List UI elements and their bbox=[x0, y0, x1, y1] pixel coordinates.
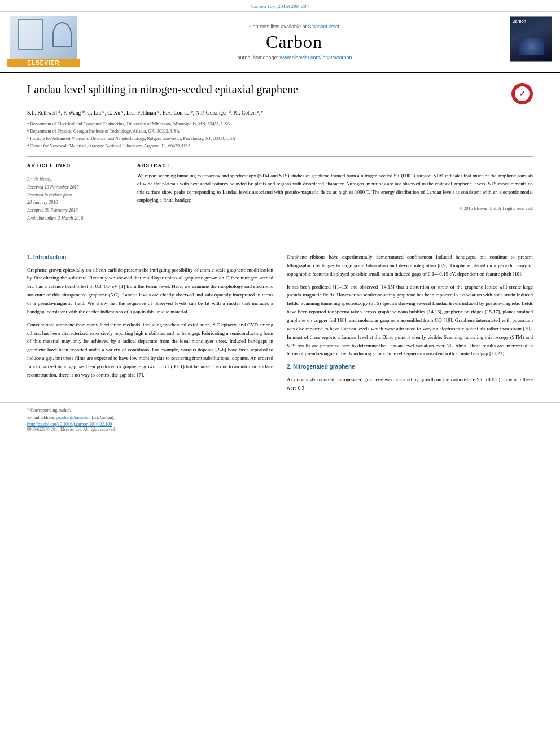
affiliations: ᵃ Department of Electrical and Computer … bbox=[27, 121, 533, 150]
elsevier-artwork bbox=[10, 16, 77, 59]
homepage-link[interactable]: www.elsevier.com/locate/carbon bbox=[280, 55, 352, 60]
affil-c: ᶜ Institute for Advanced Materials, Devi… bbox=[27, 136, 533, 143]
homepage-line: journal homepage: www.elsevier.com/locat… bbox=[236, 55, 352, 60]
journal-info-center: Contents lists available at ScienceDirec… bbox=[86, 16, 502, 67]
elsevier-logo: ELSEVIER bbox=[7, 16, 80, 67]
journal-header: ELSEVIER Contents lists available at Sci… bbox=[0, 12, 560, 73]
body-columns: 1. Introduction Graphene grown epitaxial… bbox=[0, 253, 560, 396]
affil-d: ᵈ Center for Nanoscale Materials, Argonn… bbox=[27, 143, 533, 150]
cover-image bbox=[510, 16, 552, 62]
authors: S.L. Rothwell ᵃ, F. Wang ᵇ, G. Liu ᶜ, C.… bbox=[27, 109, 533, 117]
section-divider bbox=[0, 246, 560, 246]
crossmark-badge: ✓ bbox=[511, 83, 533, 104]
abstract-col: ABSTRACT We report scanning tunneling mi… bbox=[137, 163, 533, 222]
info-abstract-section: ARTICLE INFO Article history: Received 1… bbox=[27, 156, 533, 222]
crossmark-inner: ✓ bbox=[515, 86, 530, 101]
doi-anchor[interactable]: http://dx.doi.org/10.1016/j.carbon.2016.… bbox=[27, 422, 112, 427]
doi-link: http://dx.doi.org/10.1016/j.carbon.2016.… bbox=[27, 422, 533, 427]
history-label: Article history: bbox=[27, 177, 53, 182]
revised-date: 28 January 2016 bbox=[27, 200, 58, 205]
sciencedirect-link[interactable]: ScienceDirect bbox=[308, 24, 340, 29]
article-title-row: Landau level splitting in nitrogen-seede… bbox=[27, 82, 533, 104]
section2-title: 2. Nitrogenated graphene bbox=[287, 362, 533, 372]
copyright: © 2016 Elsevier Ltd. All rights reserved… bbox=[137, 206, 533, 211]
sciencedirect-line: Contents lists available at ScienceDirec… bbox=[249, 24, 339, 29]
journal-name: Carbon bbox=[266, 32, 322, 53]
received-date: Received 13 November 2015 bbox=[27, 185, 79, 190]
affil-a: ᵃ Department of Electrical and Computer … bbox=[27, 121, 533, 128]
right-para-1: Graphene ribbons have experimentally dem… bbox=[287, 253, 533, 278]
intro-para-1: Graphene grown epitaxially on silicon ca… bbox=[27, 266, 273, 316]
corresponding-note: * Corresponding author. E-mail address: … bbox=[27, 407, 533, 422]
page: Carbon 103 (2016) 299–304 ELSEVIER Conte… bbox=[0, 0, 560, 747]
intro-title: 1. Introduction bbox=[27, 253, 273, 263]
section2-para-1: As previously reported, nitrogenated gra… bbox=[287, 375, 533, 392]
right-para-2: It has been predicted [11–13] and observ… bbox=[287, 283, 533, 359]
revised-label: Received in revised form bbox=[27, 193, 72, 198]
abstract-header: ABSTRACT bbox=[137, 163, 533, 168]
issn: 0008-6223/© 2016 Elsevier Ltd. All right… bbox=[27, 427, 533, 432]
journal-cover bbox=[508, 16, 553, 67]
article-title: Landau level splitting in nitrogen-seede… bbox=[27, 82, 506, 97]
email-link[interactable]: picohen@umn.edu bbox=[56, 415, 90, 420]
article-history: Article history: Received 13 November 20… bbox=[27, 176, 126, 222]
article-info-header: ARTICLE INFO bbox=[27, 163, 126, 168]
abstract-text: We report scanning tunneling microscopy … bbox=[137, 172, 533, 203]
top-bar: Carbon 103 (2016) 299–304 bbox=[0, 0, 560, 12]
article-content: Landau level splitting in nitrogen-seede… bbox=[0, 73, 560, 239]
journal-citation: Carbon 103 (2016) 299–304 bbox=[251, 3, 309, 9]
right-column: Graphene ribbons have experimentally dem… bbox=[287, 253, 533, 396]
intro-para-2: Conventional graphene from many fabricat… bbox=[27, 321, 273, 379]
accepted-date: Accepted 29 February 2016 bbox=[27, 208, 78, 213]
online-date: Available online 2 March 2016 bbox=[27, 216, 83, 221]
article-footer: * Corresponding author. E-mail address: … bbox=[0, 402, 560, 436]
article-info-col: ARTICLE INFO Article history: Received 1… bbox=[27, 163, 126, 222]
elsevier-label: ELSEVIER bbox=[7, 59, 80, 67]
left-column: 1. Introduction Graphene grown epitaxial… bbox=[27, 253, 273, 396]
affil-b: ᵇ Department of Physics, Georgia Institu… bbox=[27, 128, 533, 136]
